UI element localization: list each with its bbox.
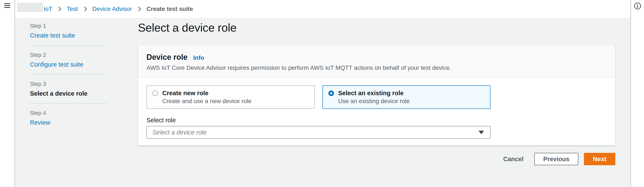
previous-button[interactable]: Previous [534, 153, 578, 165]
panel-body: Create new role Create and use a new dev… [138, 78, 615, 146]
hamburger-bar [4, 5, 10, 6]
page-title: Select a device role [138, 20, 615, 35]
breadcrumb: IoT Test Device Advisor Create test suit… [44, 0, 193, 18]
tile-text: Create new role Create and use a new dev… [162, 89, 252, 105]
hamburger-bar [4, 3, 10, 4]
radio-tile-create-new-role[interactable]: Create new role Create and use a new dev… [146, 85, 315, 109]
main-content: Select a device role Device role Info AW… [138, 20, 615, 165]
wizard-step-2: Step 2 Configure test suite [30, 51, 107, 69]
breadcrumb-separator-icon [136, 7, 141, 11]
tile-label: Create new role [162, 89, 252, 97]
select-placeholder: Select a device role [152, 129, 478, 136]
breadcrumb-separator-icon [82, 7, 87, 11]
side-nav-rail [0, 0, 15, 187]
redacted-box [17, 2, 43, 12]
step-number-label: Step 2 [30, 51, 107, 58]
wizard-actions: Cancel Previous Next [138, 153, 615, 165]
hamburger-menu-icon[interactable] [4, 3, 10, 8]
breadcrumb-item-test[interactable]: Test [67, 5, 78, 12]
device-role-panel: Device role Info AWS IoT Core Device Adv… [138, 45, 615, 146]
tile-description: Use an existing device role [338, 97, 410, 105]
breadcrumb-item-device-advisor[interactable]: Device Advisor [92, 5, 132, 12]
step-current-select-device-role: Select a device role [30, 89, 107, 98]
wizard-step-4: Step 4 Review [30, 109, 107, 127]
breadcrumb-item-iot[interactable]: IoT [44, 5, 52, 12]
tile-description: Create and use a new device role [162, 97, 252, 105]
breadcrumb-bar: IoT Test Device Advisor Create test suit… [16, 0, 630, 18]
tile-text: Select an existing role Use an existing … [338, 89, 410, 105]
breadcrumb-current-page: Create test suite [146, 5, 193, 12]
caret-down-icon [478, 131, 484, 134]
role-select-dropdown[interactable]: Select a device role [146, 126, 490, 139]
select-role-label: Select role [146, 117, 607, 124]
step-divider [30, 103, 107, 104]
step-link-review[interactable]: Review [30, 118, 107, 127]
radio-unchecked-icon[interactable] [152, 91, 158, 96]
step-link-configure-test-suite[interactable]: Configure test suite [30, 60, 107, 69]
step-number-label: Step 1 [30, 22, 107, 29]
radio-checked-icon[interactable] [328, 91, 334, 96]
hamburger-bar [4, 7, 10, 8]
panel-title: Device role [146, 53, 188, 61]
wizard-step-3: Step 3 Select a device role [30, 80, 107, 98]
tile-label: Select an existing role [338, 89, 410, 97]
device-advisor-wizard-screen: IoT Test Device Advisor Create test suit… [0, 0, 644, 187]
radio-tile-select-existing-role[interactable]: Select an existing role Use an existing … [322, 85, 491, 109]
info-circle-icon[interactable]: i [634, 2, 641, 9]
step-number-label: Step 4 [30, 109, 107, 117]
help-panel-rail: i [630, 0, 644, 187]
step-divider [30, 74, 107, 75]
role-option-tiles: Create new role Create and use a new dev… [146, 85, 490, 109]
info-link[interactable]: Info [193, 54, 204, 61]
step-divider [30, 45, 107, 46]
cancel-button[interactable]: Cancel [503, 156, 524, 163]
panel-header: Device role Info AWS IoT Core Device Adv… [138, 45, 615, 78]
wizard-step-1: Step 1 Create test suite [30, 22, 107, 40]
select-role-field: Select role Select a device role [146, 117, 607, 139]
next-button[interactable]: Next [584, 153, 615, 165]
panel-description: AWS IoT Core Device Advisor requires per… [146, 64, 607, 72]
wizard-step-nav: Step 1 Create test suite Step 2 Configur… [30, 22, 107, 127]
breadcrumb-separator-icon [57, 7, 62, 11]
step-number-label: Step 3 [30, 80, 107, 88]
step-link-create-test-suite[interactable]: Create test suite [30, 31, 107, 40]
